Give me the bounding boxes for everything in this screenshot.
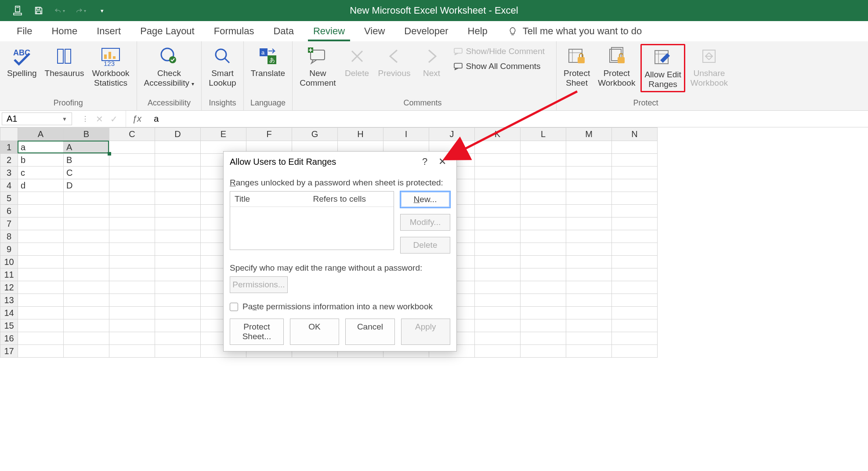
cell[interactable] [566,268,612,281]
ranges-listbox[interactable]: Title Refers to cells [230,191,394,250]
cell[interactable] [155,294,201,307]
cell[interactable] [18,294,64,307]
cell[interactable] [64,307,109,319]
cell[interactable] [155,179,201,192]
tab-review[interactable]: Review [304,21,354,41]
ok-button[interactable]: OK [290,319,339,345]
new-range-button[interactable]: New... [400,191,450,208]
col-header[interactable]: D [155,128,201,141]
tab-formulas[interactable]: Formulas [204,21,264,41]
cell[interactable] [18,332,64,345]
cell[interactable] [521,345,566,358]
cell[interactable] [475,281,521,294]
cell[interactable] [155,154,201,167]
cell[interactable]: c [18,167,64,179]
cell[interactable] [521,243,566,256]
protect-sheet-button[interactable]: Protect Sheet [561,44,593,90]
cell[interactable] [521,205,566,217]
cell[interactable] [521,192,566,205]
cell[interactable] [521,319,566,332]
cell[interactable] [612,281,658,294]
cell[interactable] [521,154,566,167]
cell[interactable] [155,281,201,294]
cell[interactable] [521,179,566,192]
cell[interactable] [155,205,201,217]
col-header[interactable]: E [201,128,246,141]
cell[interactable] [566,205,612,217]
tell-me[interactable]: Tell me what you want to do [508,25,642,37]
cell[interactable] [612,154,658,167]
cell[interactable] [155,332,201,345]
save-icon[interactable] [33,5,44,16]
cell[interactable] [18,230,64,243]
cell[interactable] [521,230,566,243]
cell[interactable] [475,268,521,281]
cell[interactable] [475,205,521,217]
cell[interactable] [64,281,109,294]
check-accessibility-button[interactable]: Check Accessibility ▾ [141,44,197,90]
cell[interactable] [612,307,658,319]
select-all-corner[interactable] [0,128,18,141]
cell[interactable] [566,179,612,192]
formula-input[interactable]: a [148,111,868,127]
paste-permissions-checkbox[interactable]: Paste permissions information into a new… [230,302,450,312]
cell[interactable]: a [18,141,64,154]
cell[interactable] [18,281,64,294]
fx-icon[interactable]: ƒx [126,111,148,127]
redo-icon[interactable]: ▾ [76,5,86,16]
cell[interactable] [612,345,658,358]
cell[interactable] [109,192,155,205]
cell[interactable] [155,319,201,332]
cell[interactable] [566,141,612,154]
cell[interactable] [155,217,201,230]
cell[interactable] [521,281,566,294]
cell[interactable] [612,192,658,205]
cell[interactable] [64,332,109,345]
row-header[interactable]: 17 [0,345,18,358]
cell[interactable] [521,268,566,281]
enter-formula-icon[interactable]: ✓ [110,114,118,124]
tab-data[interactable]: Data [264,21,303,41]
cell[interactable] [566,319,612,332]
cell[interactable]: b [18,154,64,167]
new-comment-button[interactable]: New Comment [297,44,338,90]
cell[interactable] [18,217,64,230]
cell[interactable] [475,243,521,256]
cell[interactable] [64,268,109,281]
protect-sheet-dialog-button[interactable]: Protect Sheet... [230,319,284,345]
cell[interactable] [566,307,612,319]
row-header[interactable]: 15 [0,319,18,332]
cell[interactable] [109,154,155,167]
thesaurus-button[interactable]: Thesaurus [42,44,87,80]
cell[interactable] [566,167,612,179]
cell[interactable] [521,141,566,154]
cell[interactable] [566,345,612,358]
cell[interactable] [566,332,612,345]
cell[interactable] [18,345,64,358]
cell[interactable] [109,179,155,192]
cell[interactable] [64,217,109,230]
cell[interactable] [109,307,155,319]
cell[interactable] [475,319,521,332]
row-header[interactable]: 8 [0,230,18,243]
cell[interactable] [109,205,155,217]
cell[interactable] [155,268,201,281]
cell[interactable] [64,256,109,268]
spelling-button[interactable]: ABC Spelling [4,44,40,80]
show-all-comments-button[interactable]: Show All Comments [450,60,548,73]
cell[interactable] [566,256,612,268]
cell[interactable] [109,319,155,332]
cell[interactable] [64,205,109,217]
col-header[interactable]: K [475,128,521,141]
cell[interactable] [64,230,109,243]
cell[interactable] [109,141,155,154]
cell[interactable] [521,332,566,345]
cell[interactable] [475,141,521,154]
col-header[interactable]: F [246,128,292,141]
cell[interactable] [475,294,521,307]
cell[interactable] [475,230,521,243]
cell[interactable] [64,243,109,256]
row-header[interactable]: 1 [0,141,18,154]
tab-file[interactable]: File [7,21,42,41]
tab-help[interactable]: Help [458,21,497,41]
